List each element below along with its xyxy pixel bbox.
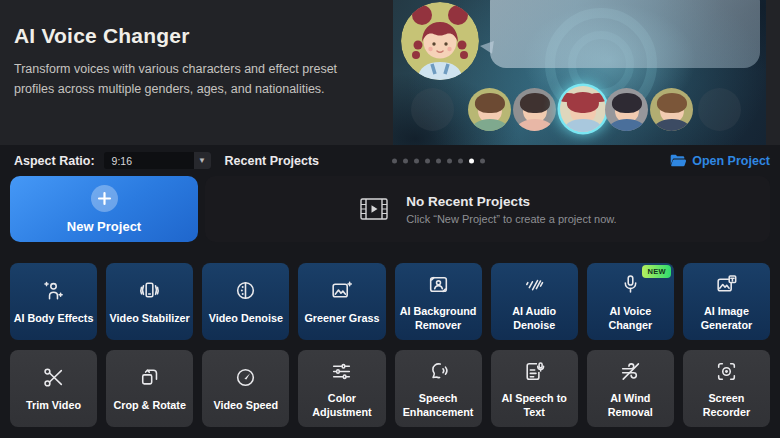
feature-tile-label: Screen Recorder xyxy=(686,392,767,419)
microphone-icon xyxy=(618,271,643,297)
aspect-ratio-value: 9:16 xyxy=(104,155,194,167)
new-project-label: New Project xyxy=(67,219,141,234)
caret-down-icon: ▼ xyxy=(194,152,211,169)
image-generator-icon xyxy=(714,271,739,297)
crop-rotate-icon xyxy=(137,365,162,391)
video-denoise-icon xyxy=(233,278,258,304)
voice-avatar-2 xyxy=(513,88,556,131)
feature-tile-label: AI Body Effects xyxy=(14,312,94,325)
empty-state-title: No Recent Projects xyxy=(406,194,616,209)
screen-record-icon xyxy=(714,358,739,384)
audio-denoise-icon xyxy=(522,271,547,297)
carousel-dot-2[interactable] xyxy=(403,158,408,163)
projects-row: New Project No Recent Projects Click “Ne… xyxy=(0,176,780,242)
recent-projects-label: Recent Projects xyxy=(225,154,319,168)
page-description: Transform voices with various characters… xyxy=(14,59,366,99)
header-section: AI Voice Changer Transform voices with v… xyxy=(0,0,780,145)
open-project-button[interactable]: Open Project xyxy=(669,153,770,168)
toolbar: Aspect Ratio: 9:16 ▼ Recent Projects Ope… xyxy=(0,145,780,176)
speech-bubble xyxy=(490,0,760,68)
feature-tile-label: Speech Enhancement xyxy=(398,392,479,419)
feature-tile-trim-video[interactable]: Trim Video xyxy=(10,350,97,427)
feature-tile-greener-grass[interactable]: Greener Grass xyxy=(298,263,385,340)
open-project-label: Open Project xyxy=(692,154,770,168)
feature-tile-speech-enhancement[interactable]: Speech Enhancement xyxy=(395,350,482,427)
speech-to-text-icon xyxy=(522,358,547,384)
voice-avatar-1 xyxy=(468,88,511,131)
avatar-faded-left xyxy=(411,88,454,131)
feature-tile-label: AI Speech to Text xyxy=(494,392,575,419)
greener-grass-icon xyxy=(329,278,354,304)
feature-tile-video-speed[interactable]: Video Speed xyxy=(202,350,289,427)
speech-icon xyxy=(426,358,451,384)
hero-text: AI Voice Changer Transform voices with v… xyxy=(0,0,393,145)
feature-tile-label: Trim Video xyxy=(26,399,81,412)
feature-tile-label: Video Speed xyxy=(214,399,279,412)
feature-tile-video-stabilizer[interactable]: Video Stabilizer xyxy=(106,263,193,340)
carousel-dot-6[interactable] xyxy=(447,158,452,163)
feature-tile-ai-audio-denoise[interactable]: AI Audio Denoise xyxy=(491,263,578,340)
girl-avatar-large xyxy=(401,2,479,80)
feature-tile-ai-image-generator[interactable]: AI Image Generator xyxy=(683,263,770,340)
feature-tile-label: Video Stabilizer xyxy=(110,312,190,325)
carousel-dot-3[interactable] xyxy=(414,158,419,163)
no-recent-projects-panel: No Recent Projects Click “New Project” t… xyxy=(205,176,770,242)
voice-avatar-3-selected xyxy=(560,86,606,132)
carousel-dot-9[interactable] xyxy=(480,158,485,163)
feature-tile-ai-speech-to-text[interactable]: AI Speech to Text xyxy=(491,350,578,427)
carousel-dot-8[interactable] xyxy=(469,158,474,163)
feature-tile-color-adjustment[interactable]: Color Adjustment xyxy=(298,350,385,427)
promo-banner[interactable] xyxy=(393,0,766,145)
feature-tile-screen-recorder[interactable]: Screen Recorder xyxy=(683,350,770,427)
feature-tile-label: AI Voice Changer xyxy=(590,305,671,332)
film-icon xyxy=(358,195,390,223)
carousel-dot-4[interactable] xyxy=(425,158,430,163)
wind-removal-icon xyxy=(618,358,643,384)
feature-tile-label: AI Audio Denoise xyxy=(494,305,575,332)
feature-tile-label: Video Denoise xyxy=(209,312,283,325)
carousel-dot-5[interactable] xyxy=(436,158,441,163)
carousel-dots xyxy=(392,158,485,163)
feature-tile-ai-background-remover[interactable]: AI Background Remover xyxy=(395,263,482,340)
aspect-ratio-label: Aspect Ratio: xyxy=(14,154,95,168)
avatar-faded-right xyxy=(698,88,741,131)
carousel-dot-7[interactable] xyxy=(458,158,463,163)
feature-tile-crop-rotate[interactable]: Crop & Rotate xyxy=(106,350,193,427)
page-title: AI Voice Changer xyxy=(14,24,383,48)
feature-grid: AI Body EffectsVideo StabilizerVideo Den… xyxy=(10,263,770,427)
new-badge: NEW xyxy=(642,265,670,278)
empty-state-subtitle: Click “New Project” to create a project … xyxy=(406,213,616,225)
plus-circle-icon xyxy=(91,185,118,212)
feature-tile-label: Crop & Rotate xyxy=(113,399,186,412)
background-remover-icon xyxy=(426,271,451,297)
speedometer-icon xyxy=(233,365,258,391)
carousel-dot-1[interactable] xyxy=(392,158,397,163)
folder-open-icon xyxy=(669,153,686,168)
feature-tile-video-denoise[interactable]: Video Denoise xyxy=(202,263,289,340)
voice-avatar-5 xyxy=(650,88,693,131)
scissors-icon xyxy=(41,365,66,391)
new-project-button[interactable]: New Project xyxy=(10,176,198,242)
feature-tile-ai-wind-removal[interactable]: AI Wind Removal xyxy=(587,350,674,427)
feature-tile-ai-voice-changer[interactable]: AI Voice ChangerNEW xyxy=(587,263,674,340)
feature-tile-label: AI Background Remover xyxy=(398,305,479,332)
sliders-icon xyxy=(329,358,354,384)
stabilizer-icon xyxy=(137,278,162,304)
feature-tile-label: AI Wind Removal xyxy=(590,392,671,419)
feature-tile-ai-body-effects[interactable]: AI Body Effects xyxy=(10,263,97,340)
voice-avatar-4 xyxy=(605,88,648,131)
feature-tile-label: AI Image Generator xyxy=(686,305,767,332)
feature-tile-label: Color Adjustment xyxy=(301,392,382,419)
feature-tile-label: Greener Grass xyxy=(304,312,379,325)
body-effects-icon xyxy=(41,278,66,304)
aspect-ratio-dropdown[interactable]: 9:16 ▼ xyxy=(104,152,211,169)
